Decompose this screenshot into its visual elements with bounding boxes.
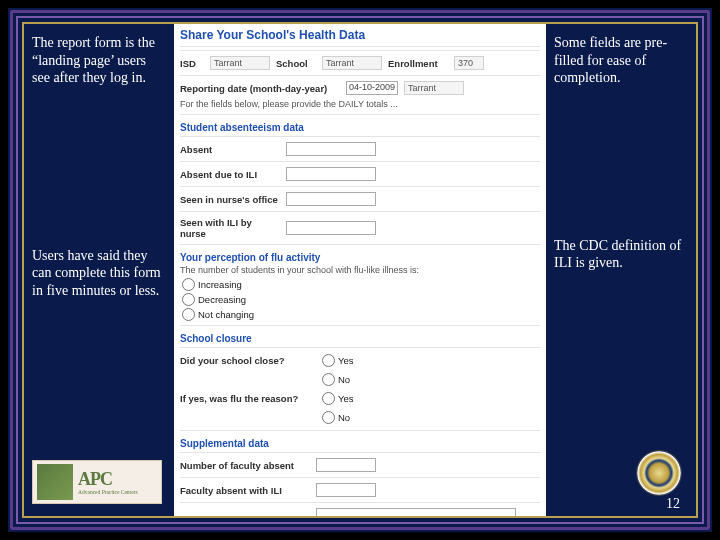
close-yes[interactable] (322, 354, 335, 367)
note-bottom-left: Users have said they can complete this f… (32, 247, 166, 300)
faculty-ili-input[interactable] (316, 483, 376, 497)
note-top-right: Some fields are pre-filled for ease of c… (554, 34, 692, 87)
faculty-absent-label: Number of faculty absent (180, 460, 310, 471)
instruction-text: For the fields below, please provide the… (180, 97, 540, 111)
date-input[interactable]: 04-10-2009 (346, 81, 398, 95)
absenteeism-header: Student absenteeism data (180, 118, 540, 133)
faculty-absent-input[interactable] (316, 458, 376, 472)
seen-nurse-label: Seen in nurse's office (180, 194, 280, 205)
slide: The report form is the “landing page’ us… (0, 0, 720, 540)
perception-header: Your perception of flu activity (180, 248, 540, 263)
absent-ili-label: Absent due to ILI (180, 169, 280, 180)
form-screenshot: Share Your School's Health Data ISD Tarr… (174, 24, 546, 516)
isd-label: ISD (180, 58, 204, 69)
faculty-ili-label: Faculty absent with ILI (180, 485, 310, 496)
state-seal-icon (636, 450, 682, 496)
opt-notchanging: Not changing (198, 309, 254, 320)
radio-notchanging[interactable] (182, 308, 195, 321)
absent-label: Absent (180, 144, 280, 155)
radio-decreasing[interactable] (182, 293, 195, 306)
note-top-left: The report form is the “landing page’ us… (32, 34, 166, 87)
apc-logo: APC Advanced Practice Centers (32, 460, 162, 504)
opt-decreasing: Decreasing (198, 294, 246, 305)
enrollment-value: 370 (454, 56, 484, 70)
close-no[interactable] (322, 373, 335, 386)
content-area: The report form is the “landing page’ us… (22, 22, 698, 518)
date-label: Reporting date (month-day-year) (180, 83, 340, 94)
opt-increasing: Increasing (198, 279, 242, 290)
school-label: School (276, 58, 316, 69)
supplemental-header: Supplemental data (180, 434, 540, 449)
right-annotations: Some fields are pre-filled for ease of c… (546, 24, 696, 516)
perception-desc: The number of students in your school wi… (180, 263, 540, 277)
closure-q2: If yes, was flu the reason? (180, 393, 310, 404)
county-value: Tarrant (404, 81, 464, 95)
absent-input[interactable] (286, 142, 376, 156)
left-annotations: The report form is the “landing page’ us… (24, 24, 174, 516)
seen-nurse-input[interactable] (286, 192, 376, 206)
closure-q1: Did your school close? (180, 355, 310, 366)
note-bottom-right: The CDC definition of ILI is given. (554, 237, 692, 272)
reason-yes[interactable] (322, 392, 335, 405)
comments-input[interactable] (316, 508, 516, 516)
enrollment-label: Enrollment (388, 58, 448, 69)
school-value: Tarrant (322, 56, 382, 70)
comments-label: Other findings / comments? (180, 516, 310, 517)
form-title: Share Your School's Health Data (180, 24, 540, 47)
radio-increasing[interactable] (182, 278, 195, 291)
seen-ili-label: Seen with ILI by nurse (180, 217, 280, 239)
apc-big-text: APC (78, 469, 138, 490)
reason-no[interactable] (322, 411, 335, 424)
closure-header: School closure (180, 329, 540, 344)
page-number: 12 (666, 496, 680, 512)
apc-small-text: Advanced Practice Centers (78, 490, 138, 496)
isd-value: Tarrant (210, 56, 270, 70)
seen-ili-input[interactable] (286, 221, 376, 235)
absent-ili-input[interactable] (286, 167, 376, 181)
apc-square-icon (37, 464, 73, 500)
